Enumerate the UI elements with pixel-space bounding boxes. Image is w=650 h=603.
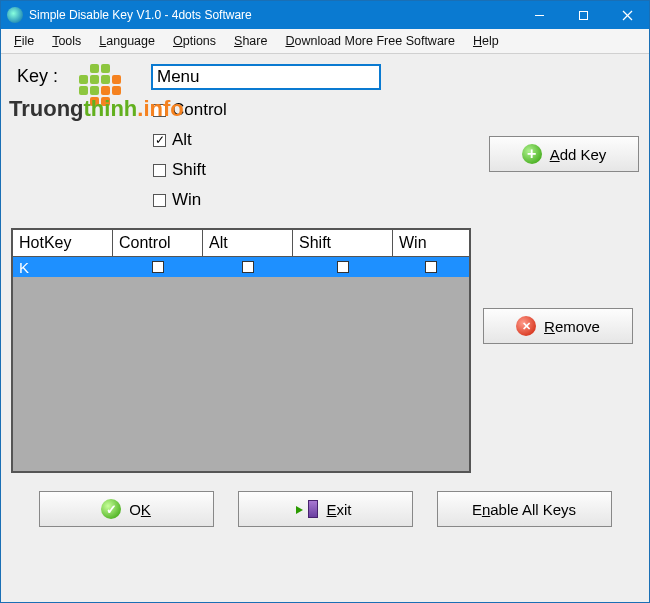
cell-hotkey: K bbox=[13, 259, 113, 276]
alt-checkbox-row[interactable]: ✓ Alt bbox=[151, 130, 489, 150]
shift-checkbox[interactable] bbox=[153, 164, 166, 177]
menu-share[interactable]: Share bbox=[227, 31, 274, 51]
shift-checkbox-row[interactable]: Shift bbox=[151, 160, 489, 180]
col-hotkey[interactable]: HotKey bbox=[13, 230, 113, 256]
shift-label: Shift bbox=[172, 160, 206, 180]
close-button[interactable] bbox=[605, 1, 649, 29]
svg-rect-1 bbox=[579, 11, 587, 19]
alt-label: Alt bbox=[172, 130, 192, 150]
exit-button[interactable]: Exit bbox=[238, 491, 413, 527]
win-checkbox-row[interactable]: Win bbox=[151, 190, 489, 210]
maximize-button[interactable] bbox=[561, 1, 605, 29]
col-win[interactable]: Win bbox=[393, 230, 469, 256]
titlebar: Simple Disable Key V1.0 - 4dots Software bbox=[1, 1, 649, 29]
key-input[interactable] bbox=[151, 64, 381, 90]
plus-icon bbox=[522, 144, 542, 164]
enable-all-keys-button[interactable]: Enable All Keys bbox=[437, 491, 612, 527]
col-control[interactable]: Control bbox=[113, 230, 203, 256]
control-checkbox-row[interactable]: Control bbox=[151, 100, 489, 120]
menu-tools[interactable]: Tools bbox=[45, 31, 88, 51]
client-area: Key : Truongthinh.info Control bbox=[1, 54, 649, 602]
window-controls bbox=[517, 1, 649, 29]
win-checkbox[interactable] bbox=[153, 194, 166, 207]
menu-file[interactable]: File bbox=[7, 31, 41, 51]
win-label: Win bbox=[172, 190, 201, 210]
key-label: Key : bbox=[17, 66, 58, 86]
menu-help[interactable]: Help bbox=[466, 31, 506, 51]
menu-download[interactable]: Download More Free Software bbox=[278, 31, 462, 51]
hotkey-grid[interactable]: HotKey Control Alt Shift Win K bbox=[11, 228, 471, 473]
minimize-button[interactable] bbox=[517, 1, 561, 29]
remove-icon bbox=[516, 316, 536, 336]
remove-button[interactable]: Remove bbox=[483, 308, 633, 344]
app-icon bbox=[7, 7, 23, 23]
app-window: Simple Disable Key V1.0 - 4dots Software… bbox=[0, 0, 650, 603]
col-alt[interactable]: Alt bbox=[203, 230, 293, 256]
cell-alt-checkbox[interactable] bbox=[242, 261, 254, 273]
control-label: Control bbox=[172, 100, 227, 120]
menu-options[interactable]: Options bbox=[166, 31, 223, 51]
watermark-logo-icon bbox=[79, 64, 121, 106]
grid-header: HotKey Control Alt Shift Win bbox=[13, 230, 469, 257]
cell-shift-checkbox[interactable] bbox=[337, 261, 349, 273]
alt-checkbox[interactable]: ✓ bbox=[153, 134, 166, 147]
control-checkbox[interactable] bbox=[153, 104, 166, 117]
ok-button[interactable]: OK bbox=[39, 491, 214, 527]
key-label-area: Key : Truongthinh.info bbox=[11, 64, 151, 87]
cell-win-checkbox[interactable] bbox=[425, 261, 437, 273]
check-icon bbox=[101, 499, 121, 519]
menubar: File Tools Language Options Share Downlo… bbox=[1, 29, 649, 54]
window-title: Simple Disable Key V1.0 - 4dots Software bbox=[29, 8, 252, 22]
menu-language[interactable]: Language bbox=[92, 31, 162, 51]
exit-icon bbox=[298, 500, 318, 518]
col-shift[interactable]: Shift bbox=[293, 230, 393, 256]
add-key-button[interactable]: Add Key bbox=[489, 136, 639, 172]
grid-row[interactable]: K bbox=[13, 257, 469, 277]
cell-control-checkbox[interactable] bbox=[152, 261, 164, 273]
